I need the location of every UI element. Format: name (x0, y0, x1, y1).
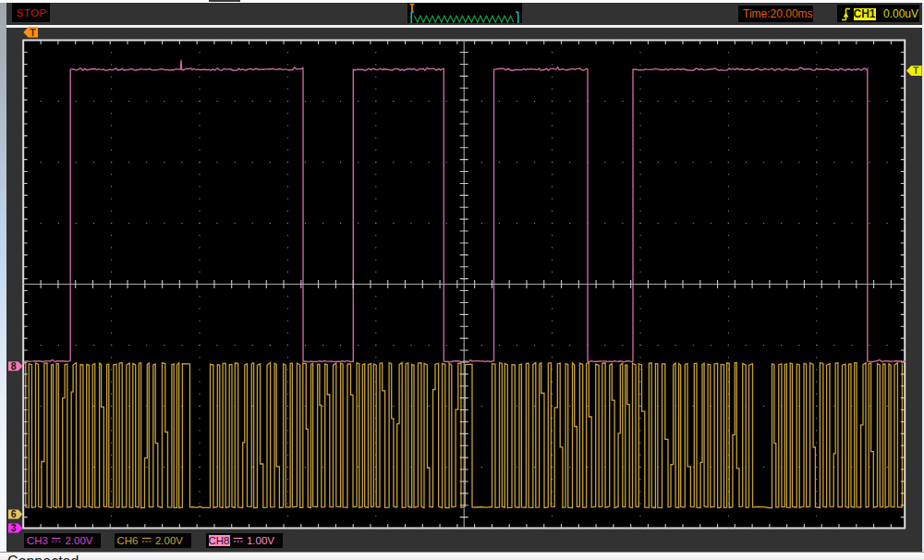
svg-text:T: T (30, 27, 36, 38)
svg-text:T: T (913, 65, 919, 76)
svg-text:6: 6 (11, 508, 17, 519)
svg-text:3: 3 (11, 522, 17, 533)
svg-text:8: 8 (11, 360, 17, 371)
